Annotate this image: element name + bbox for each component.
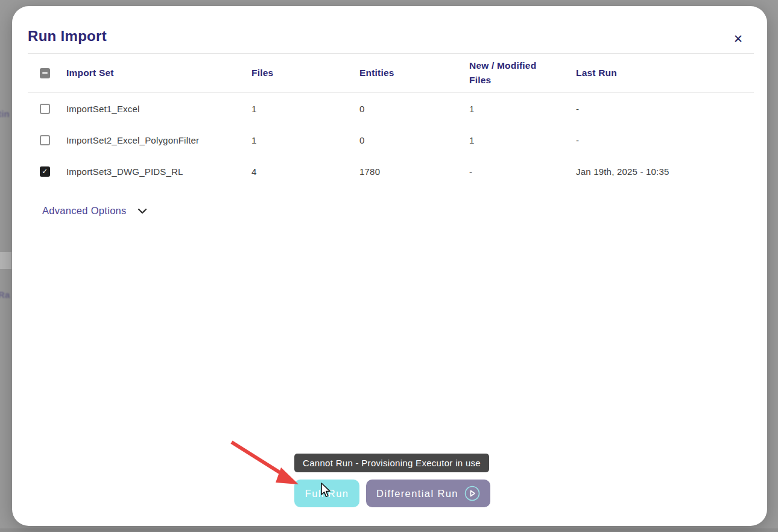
table-row: ImportSet3_DWG_PIDS_RL 4 1780 - Jan 19th… bbox=[28, 156, 754, 187]
row-checkbox-cell bbox=[28, 104, 66, 114]
run-import-dialog: Run Import ✕ Import Set Files Entities N… bbox=[12, 6, 767, 526]
advanced-options-label: Advanced Options bbox=[42, 205, 127, 217]
tooltip: Cannot Run - Provisioning Executor in us… bbox=[294, 454, 489, 472]
backdrop-card-edge bbox=[0, 252, 11, 269]
select-all-checkbox[interactable] bbox=[40, 68, 50, 78]
differential-run-button[interactable]: Differential Run bbox=[366, 480, 490, 507]
advanced-options-toggle[interactable]: Advanced Options bbox=[42, 205, 147, 217]
import-set-name: ImportSet3_DWG_PIDS_RL bbox=[66, 166, 251, 177]
backdrop-bottom-edge bbox=[0, 528, 778, 532]
column-header-new-modified-files: New / Modified Files bbox=[469, 59, 543, 87]
files-value: 1 bbox=[251, 104, 359, 114]
column-header-entities: Entities bbox=[359, 68, 469, 78]
chevron-down-icon bbox=[138, 208, 147, 214]
last-run-value: Jan 19th, 2025 - 10:35 bbox=[576, 166, 754, 177]
row-checkbox-cell bbox=[28, 166, 66, 177]
full-run-label: Full Run bbox=[305, 488, 349, 499]
entities-value: 0 bbox=[359, 104, 469, 114]
files-value: 1 bbox=[251, 135, 359, 145]
last-run-value: - bbox=[576, 135, 754, 145]
column-header-files: Files bbox=[251, 68, 359, 78]
entities-value: 1780 bbox=[359, 166, 469, 177]
last-run-value: - bbox=[576, 104, 754, 114]
table-header-row: Import Set Files Entities New / Modified… bbox=[28, 53, 754, 93]
import-set-table: Import Set Files Entities New / Modified… bbox=[28, 53, 754, 187]
row-checkbox[interactable] bbox=[40, 104, 50, 114]
full-run-button[interactable]: Full Run bbox=[294, 480, 359, 507]
row-checkbox[interactable] bbox=[40, 166, 50, 177]
backdrop-text-fragment: Ra bbox=[0, 290, 10, 300]
column-header-last-run: Last Run bbox=[576, 68, 754, 78]
new-modified-value: 1 bbox=[469, 104, 576, 114]
table-row: ImportSet2_Excel_PolygonFilter 1 0 1 - bbox=[28, 124, 754, 156]
tooltip-text: Cannot Run - Provisioning Executor in us… bbox=[303, 458, 481, 468]
entities-value: 0 bbox=[359, 135, 469, 145]
import-set-name: ImportSet1_Excel bbox=[66, 104, 251, 114]
files-value: 4 bbox=[251, 166, 359, 177]
import-set-name: ImportSet2_Excel_PolygonFilter bbox=[66, 135, 251, 145]
row-checkbox[interactable] bbox=[40, 135, 50, 145]
column-header-import-set: Import Set bbox=[66, 68, 251, 78]
dialog-title: Run Import bbox=[28, 28, 107, 45]
new-modified-value: - bbox=[469, 166, 576, 177]
differential-run-label: Differential Run bbox=[376, 488, 458, 499]
close-icon[interactable]: ✕ bbox=[730, 30, 747, 47]
play-circle-icon bbox=[464, 486, 480, 501]
table-row: ImportSet1_Excel 1 0 1 - bbox=[28, 93, 754, 124]
backdrop-text-fragment: tin bbox=[0, 109, 10, 119]
header-checkbox-cell bbox=[28, 68, 66, 78]
new-modified-value: 1 bbox=[469, 135, 576, 145]
row-checkbox-cell bbox=[28, 135, 66, 145]
